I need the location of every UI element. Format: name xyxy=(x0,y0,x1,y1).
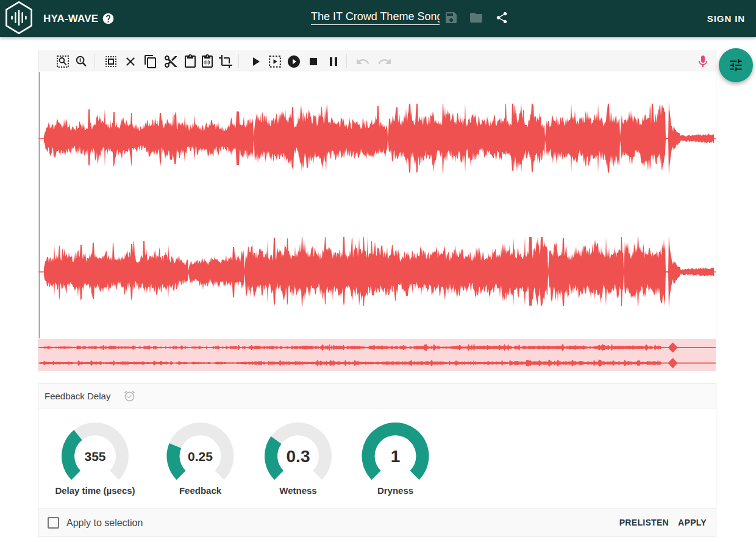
svg-text:355: 355 xyxy=(84,449,105,463)
svg-text:1: 1 xyxy=(391,447,401,466)
svg-text:0.3: 0.3 xyxy=(287,447,310,466)
svg-text:0.25: 0.25 xyxy=(188,449,213,463)
